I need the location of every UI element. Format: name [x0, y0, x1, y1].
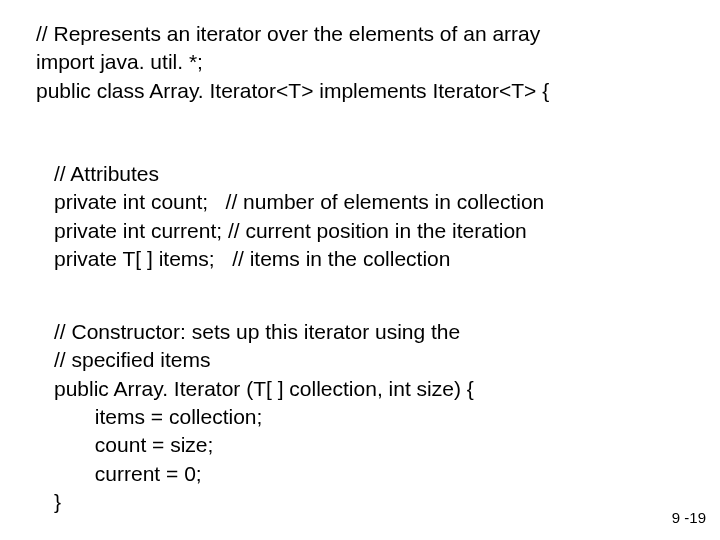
code-line: } — [54, 490, 61, 513]
code-line: // Constructor: sets up this iterator us… — [54, 320, 460, 343]
code-line: private int count; // number of elements… — [54, 190, 544, 213]
code-block-header: // Represents an iterator over the eleme… — [36, 20, 549, 105]
code-line: // Attributes — [54, 162, 159, 185]
code-line: items = collection; — [54, 405, 262, 428]
code-line: current = 0; — [54, 462, 202, 485]
code-line: public Array. Iterator (T[ ] collection,… — [54, 377, 474, 400]
code-line: count = size; — [54, 433, 213, 456]
code-block-attributes: // Attributes private int count; // numb… — [54, 160, 544, 273]
code-line: import java. util. *; — [36, 50, 203, 73]
code-line: // specified items — [54, 348, 210, 371]
slide: // Represents an iterator over the eleme… — [0, 0, 720, 540]
code-line: private T[ ] items; // items in the coll… — [54, 247, 450, 270]
code-block-constructor: // Constructor: sets up this iterator us… — [54, 318, 474, 516]
code-line: public class Array. Iterator<T> implemen… — [36, 79, 549, 102]
page-number: 9 -19 — [672, 509, 706, 526]
code-line: // Represents an iterator over the eleme… — [36, 22, 540, 45]
code-line: private int current; // current position… — [54, 219, 527, 242]
